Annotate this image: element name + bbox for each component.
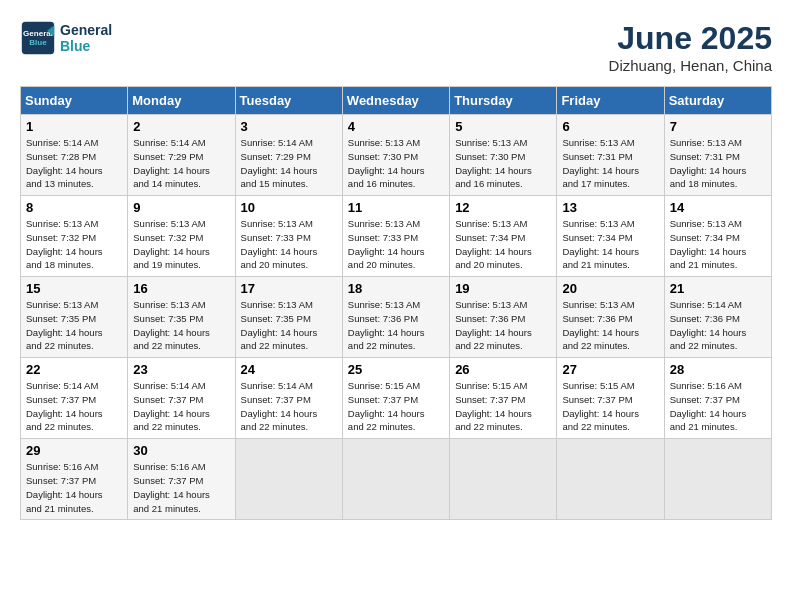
title-area: June 2025 Dizhuang, Henan, China [609,20,772,74]
day-cell-15: 15Sunrise: 5:13 AMSunset: 7:35 PMDayligh… [21,277,128,358]
day-cell-18: 18Sunrise: 5:13 AMSunset: 7:36 PMDayligh… [342,277,449,358]
day-cell-11: 11Sunrise: 5:13 AMSunset: 7:33 PMDayligh… [342,196,449,277]
day-number: 11 [348,200,444,215]
day-number: 25 [348,362,444,377]
day-number: 15 [26,281,122,296]
day-info: Sunrise: 5:15 AMSunset: 7:37 PMDaylight:… [562,380,639,432]
day-cell-20: 20Sunrise: 5:13 AMSunset: 7:36 PMDayligh… [557,277,664,358]
day-info: Sunrise: 5:13 AMSunset: 7:35 PMDaylight:… [241,299,318,351]
empty-cell [450,439,557,520]
days-header-row: SundayMondayTuesdayWednesdayThursdayFrid… [21,87,772,115]
day-cell-29: 29Sunrise: 5:16 AMSunset: 7:37 PMDayligh… [21,439,128,520]
day-number: 24 [241,362,337,377]
week-row-1: 1Sunrise: 5:14 AMSunset: 7:28 PMDaylight… [21,115,772,196]
day-cell-25: 25Sunrise: 5:15 AMSunset: 7:37 PMDayligh… [342,358,449,439]
day-number: 12 [455,200,551,215]
day-number: 7 [670,119,766,134]
day-number: 14 [670,200,766,215]
day-info: Sunrise: 5:13 AMSunset: 7:34 PMDaylight:… [455,218,532,270]
day-info: Sunrise: 5:13 AMSunset: 7:36 PMDaylight:… [455,299,532,351]
day-number: 8 [26,200,122,215]
day-cell-22: 22Sunrise: 5:14 AMSunset: 7:37 PMDayligh… [21,358,128,439]
day-header-thursday: Thursday [450,87,557,115]
day-info: Sunrise: 5:13 AMSunset: 7:31 PMDaylight:… [562,137,639,189]
day-cell-13: 13Sunrise: 5:13 AMSunset: 7:34 PMDayligh… [557,196,664,277]
day-number: 13 [562,200,658,215]
day-number: 26 [455,362,551,377]
day-cell-9: 9Sunrise: 5:13 AMSunset: 7:32 PMDaylight… [128,196,235,277]
day-info: Sunrise: 5:13 AMSunset: 7:30 PMDaylight:… [348,137,425,189]
day-info: Sunrise: 5:13 AMSunset: 7:30 PMDaylight:… [455,137,532,189]
day-info: Sunrise: 5:13 AMSunset: 7:35 PMDaylight:… [133,299,210,351]
month-title: June 2025 [609,20,772,57]
day-info: Sunrise: 5:15 AMSunset: 7:37 PMDaylight:… [348,380,425,432]
day-number: 9 [133,200,229,215]
logo-icon: General Blue [20,20,56,56]
day-cell-12: 12Sunrise: 5:13 AMSunset: 7:34 PMDayligh… [450,196,557,277]
day-number: 20 [562,281,658,296]
day-header-wednesday: Wednesday [342,87,449,115]
day-cell-7: 7Sunrise: 5:13 AMSunset: 7:31 PMDaylight… [664,115,771,196]
day-number: 19 [455,281,551,296]
day-number: 29 [26,443,122,458]
day-header-friday: Friday [557,87,664,115]
week-row-3: 15Sunrise: 5:13 AMSunset: 7:35 PMDayligh… [21,277,772,358]
day-number: 23 [133,362,229,377]
day-cell-14: 14Sunrise: 5:13 AMSunset: 7:34 PMDayligh… [664,196,771,277]
day-header-saturday: Saturday [664,87,771,115]
day-number: 28 [670,362,766,377]
day-info: Sunrise: 5:14 AMSunset: 7:36 PMDaylight:… [670,299,747,351]
day-number: 30 [133,443,229,458]
day-number: 1 [26,119,122,134]
svg-text:Blue: Blue [29,38,47,47]
day-number: 21 [670,281,766,296]
logo: General Blue General Blue [20,20,112,56]
day-info: Sunrise: 5:15 AMSunset: 7:37 PMDaylight:… [455,380,532,432]
calendar-table: SundayMondayTuesdayWednesdayThursdayFrid… [20,86,772,520]
day-info: Sunrise: 5:16 AMSunset: 7:37 PMDaylight:… [670,380,747,432]
day-cell-16: 16Sunrise: 5:13 AMSunset: 7:35 PMDayligh… [128,277,235,358]
day-header-sunday: Sunday [21,87,128,115]
logo-text-line1: General [60,22,112,38]
header: General Blue General Blue June 2025 Dizh… [20,20,772,74]
day-info: Sunrise: 5:14 AMSunset: 7:28 PMDaylight:… [26,137,103,189]
day-info: Sunrise: 5:14 AMSunset: 7:29 PMDaylight:… [241,137,318,189]
day-info: Sunrise: 5:14 AMSunset: 7:29 PMDaylight:… [133,137,210,189]
day-cell-23: 23Sunrise: 5:14 AMSunset: 7:37 PMDayligh… [128,358,235,439]
day-info: Sunrise: 5:16 AMSunset: 7:37 PMDaylight:… [133,461,210,513]
day-info: Sunrise: 5:14 AMSunset: 7:37 PMDaylight:… [241,380,318,432]
day-info: Sunrise: 5:13 AMSunset: 7:33 PMDaylight:… [241,218,318,270]
day-cell-19: 19Sunrise: 5:13 AMSunset: 7:36 PMDayligh… [450,277,557,358]
day-cell-8: 8Sunrise: 5:13 AMSunset: 7:32 PMDaylight… [21,196,128,277]
day-number: 6 [562,119,658,134]
week-row-4: 22Sunrise: 5:14 AMSunset: 7:37 PMDayligh… [21,358,772,439]
day-info: Sunrise: 5:13 AMSunset: 7:34 PMDaylight:… [670,218,747,270]
day-cell-3: 3Sunrise: 5:14 AMSunset: 7:29 PMDaylight… [235,115,342,196]
day-info: Sunrise: 5:14 AMSunset: 7:37 PMDaylight:… [133,380,210,432]
day-number: 2 [133,119,229,134]
day-number: 27 [562,362,658,377]
day-cell-30: 30Sunrise: 5:16 AMSunset: 7:37 PMDayligh… [128,439,235,520]
day-info: Sunrise: 5:14 AMSunset: 7:37 PMDaylight:… [26,380,103,432]
day-cell-21: 21Sunrise: 5:14 AMSunset: 7:36 PMDayligh… [664,277,771,358]
empty-cell [342,439,449,520]
day-info: Sunrise: 5:13 AMSunset: 7:34 PMDaylight:… [562,218,639,270]
day-number: 17 [241,281,337,296]
day-cell-17: 17Sunrise: 5:13 AMSunset: 7:35 PMDayligh… [235,277,342,358]
day-number: 10 [241,200,337,215]
week-row-2: 8Sunrise: 5:13 AMSunset: 7:32 PMDaylight… [21,196,772,277]
day-cell-10: 10Sunrise: 5:13 AMSunset: 7:33 PMDayligh… [235,196,342,277]
day-info: Sunrise: 5:13 AMSunset: 7:31 PMDaylight:… [670,137,747,189]
day-cell-5: 5Sunrise: 5:13 AMSunset: 7:30 PMDaylight… [450,115,557,196]
day-cell-28: 28Sunrise: 5:16 AMSunset: 7:37 PMDayligh… [664,358,771,439]
day-cell-4: 4Sunrise: 5:13 AMSunset: 7:30 PMDaylight… [342,115,449,196]
day-info: Sunrise: 5:13 AMSunset: 7:36 PMDaylight:… [348,299,425,351]
day-header-monday: Monday [128,87,235,115]
day-cell-27: 27Sunrise: 5:15 AMSunset: 7:37 PMDayligh… [557,358,664,439]
day-info: Sunrise: 5:13 AMSunset: 7:35 PMDaylight:… [26,299,103,351]
day-number: 18 [348,281,444,296]
week-row-5: 29Sunrise: 5:16 AMSunset: 7:37 PMDayligh… [21,439,772,520]
day-info: Sunrise: 5:16 AMSunset: 7:37 PMDaylight:… [26,461,103,513]
day-info: Sunrise: 5:13 AMSunset: 7:32 PMDaylight:… [133,218,210,270]
day-cell-6: 6Sunrise: 5:13 AMSunset: 7:31 PMDaylight… [557,115,664,196]
